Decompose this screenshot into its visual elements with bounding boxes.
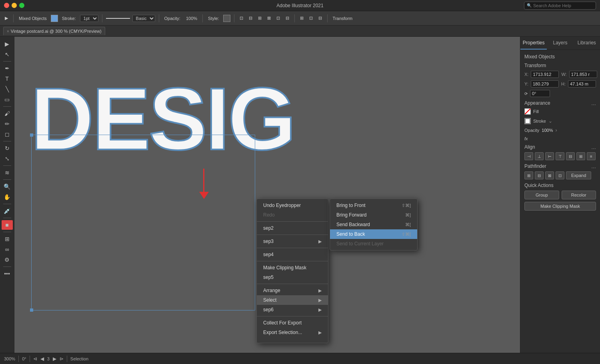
toolbar-separator-5	[234, 14, 234, 22]
y-value-input[interactable]	[531, 80, 559, 88]
context-menu-simplify[interactable]: sep4	[257, 250, 328, 259]
warp-tool-button[interactable]: ≋	[2, 168, 13, 177]
context-menu-sep-5	[257, 284, 328, 284]
rotation-input[interactable]	[530, 90, 550, 97]
context-menu-arrange[interactable]: Select ▶	[257, 295, 328, 305]
pencil-tool-button[interactable]: ✏	[2, 119, 13, 129]
submenu-bring-to-front[interactable]: Bring to Front ⇧⌘]	[330, 201, 417, 210]
zoom-level[interactable]: 300%	[4, 356, 15, 361]
zoom-tool-button[interactable]: 🔍	[2, 182, 13, 191]
context-menu-undo-eyedropper[interactable]: Undo Eyedropper	[257, 201, 328, 210]
tab-layers[interactable]: Layers	[547, 37, 573, 50]
maximize-window-button[interactable]	[19, 3, 24, 8]
fill-color-swatch[interactable]	[51, 15, 58, 22]
eyedropper-tool-button[interactable]: 💉	[2, 206, 13, 216]
align-top-edge-button[interactable]: ⊤	[556, 152, 564, 160]
pathfinder-buttons-row: ⊞ ⊟ ⊠ ⊡ Expand	[524, 171, 596, 179]
submenu-send-backward[interactable]: Send Backward ⌘[	[330, 220, 417, 229]
type-tool-button[interactable]: T	[2, 74, 13, 84]
align-top-button[interactable]: ⊠	[266, 15, 272, 22]
align-center-button[interactable]: ⊟	[247, 15, 254, 22]
prev-page-button[interactable]: ⊲	[33, 356, 37, 362]
pathfinder-exclude-button[interactable]: ⊡	[556, 171, 564, 179]
w-value-input[interactable]	[569, 71, 597, 78]
artboard-tool-button[interactable]: ⊞	[2, 234, 13, 244]
rotation-level[interactable]: 0°	[22, 356, 26, 361]
align-center-horiz-button[interactable]: ⊟	[566, 152, 575, 160]
next-page-button[interactable]: ▶	[53, 356, 56, 362]
selection-tool[interactable]: ▶	[3, 15, 10, 22]
align-left-button[interactable]: ⊡	[238, 15, 245, 22]
context-menu[interactable]: Undo Eyedropper Redo sep2 sep3 ▶ sep4	[256, 199, 328, 343]
x-value-input[interactable]	[531, 71, 559, 78]
minimize-window-button[interactable]	[12, 3, 17, 8]
expand-button[interactable]: Expand	[566, 171, 591, 179]
submenu-send-to-back[interactable]: Send to Back ⇧⌘[	[330, 229, 417, 239]
pathfinder-minus-front-button[interactable]: ⊟	[535, 171, 544, 179]
align-right-edge-button[interactable]: ⊢	[545, 152, 554, 160]
distribute-center-button[interactable]: ⊡	[308, 15, 314, 22]
blend-tool-button[interactable]: ∞	[2, 245, 13, 254]
shape-tool-button[interactable]: ▭	[2, 95, 13, 104]
context-menu-add-to-library[interactable]: Collect For Export	[257, 318, 328, 328]
submenu-bring-forward[interactable]: Bring Forward ⌘]	[330, 210, 417, 220]
align-more-button[interactable]: ···	[591, 145, 596, 151]
tab-properties[interactable]: Properties	[520, 37, 547, 50]
stroke-type-select[interactable]: Basic	[132, 15, 155, 22]
close-window-button[interactable]	[4, 3, 9, 8]
align-left-edge-button[interactable]: ⊣	[524, 152, 533, 160]
pen-tool-button[interactable]: ✒	[2, 64, 13, 73]
selection-tool-button[interactable]: ▶	[2, 39, 13, 49]
align-middle-button[interactable]: ⊡	[275, 15, 282, 22]
context-menu-select[interactable]: sep6 ▶	[257, 305, 328, 314]
rotate-tool-button[interactable]: ↻	[2, 143, 13, 153]
align-bottom-button[interactable]: ⊟	[284, 15, 291, 22]
distribute-right-button[interactable]: ⊟	[317, 15, 324, 22]
align-right-button[interactable]: ⊞	[256, 15, 263, 22]
line-tool-button[interactable]: ╲	[2, 84, 13, 94]
align-distribute-button[interactable]: ≡	[587, 152, 596, 160]
canvas-area[interactable]: DESIG Undo Eyedropper Redo sep2	[14, 37, 520, 353]
context-menu-collect-for-export[interactable]: Export Selection... ▶	[257, 328, 328, 337]
align-bottom-edge-button[interactable]: ⊞	[576, 152, 585, 160]
search-box[interactable]: 🔍	[524, 2, 596, 10]
pathfinder-unite-button[interactable]: ⊞	[524, 171, 533, 179]
fill-stroke-indicator[interactable]: ■	[2, 220, 13, 230]
appearance-more-button[interactable]: ···	[591, 101, 596, 107]
context-menu-export-selection[interactable]	[257, 337, 328, 341]
recolor-quick-button[interactable]: Recolor	[562, 191, 596, 199]
first-page-button[interactable]: ◀	[40, 356, 44, 362]
hand-tool-button[interactable]: ✋	[2, 192, 13, 202]
arrange-submenu[interactable]: Bring to Front ⇧⌘] Bring Forward ⌘] Send…	[330, 199, 418, 251]
document-tab[interactable]: × Vintage postcard.ai @ 300 % (CMYK/Prev…	[3, 27, 105, 35]
paintbrush-tool-button[interactable]: 🖌	[2, 109, 13, 118]
direct-selection-tool-button[interactable]: ↖	[2, 50, 13, 59]
panel-mixed-objects-title: Mixed Objects	[524, 54, 596, 60]
selection-handle-bl[interactable]	[30, 308, 33, 312]
context-menu-perspective[interactable]: sep3 ▶	[257, 237, 328, 246]
stroke-width-select[interactable]: 1pt	[80, 15, 98, 22]
tab-close-button[interactable]: ×	[7, 29, 9, 34]
group-quick-button[interactable]: Group	[524, 191, 559, 199]
fill-swatch[interactable]	[524, 108, 531, 115]
h-value-input[interactable]	[568, 80, 596, 88]
pathfinder-more-button[interactable]: ···	[591, 164, 596, 171]
search-input[interactable]	[533, 3, 589, 8]
pathfinder-intersect-button[interactable]: ⊠	[545, 171, 554, 179]
symbol-tool-button[interactable]: ⚙	[2, 255, 13, 265]
context-menu-group[interactable]: Make Clipping Mask	[257, 263, 328, 273]
context-menu-transform[interactable]: Arrange ▶	[257, 286, 328, 295]
distribute-left-button[interactable]: ⊞	[298, 15, 305, 22]
stroke-swatch[interactable]	[524, 118, 531, 124]
opacity-value[interactable]: 100%	[184, 15, 199, 22]
align-center-vert-button[interactable]: ⊥	[535, 152, 544, 160]
tab-libraries[interactable]: Libraries	[574, 37, 600, 50]
context-menu-make-clipping-mask[interactable]: sep5	[257, 273, 328, 282]
scale-tool-button[interactable]: ⤡	[2, 154, 13, 163]
more-tools-button[interactable]: •••	[2, 269, 13, 278]
last-page-button[interactable]: ⊳	[60, 356, 64, 362]
eraser-tool-button[interactable]: ◻	[2, 129, 13, 139]
style-color-swatch[interactable]	[223, 15, 230, 22]
context-menu-pixel-perfect[interactable]: sep2	[257, 223, 328, 233]
make-clipping-mask-quick-button[interactable]: Make Clipping Mask	[524, 202, 596, 211]
